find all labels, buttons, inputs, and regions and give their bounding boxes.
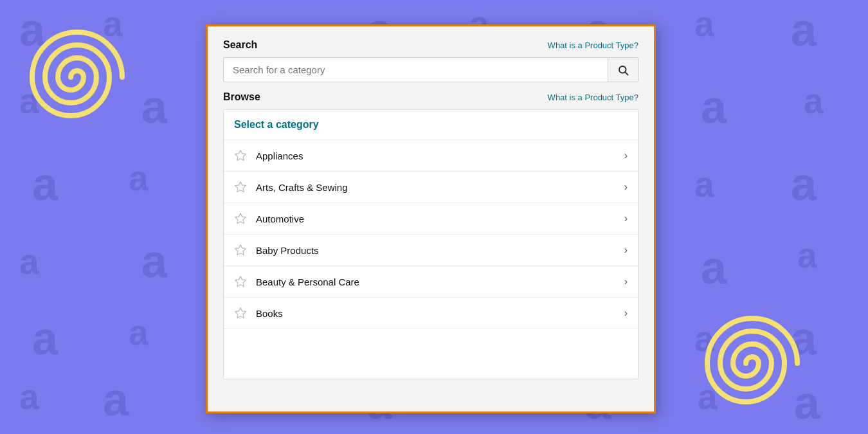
- bg-letter: a: [32, 315, 58, 361]
- browse-header: Browse What is a Product Type?: [223, 91, 638, 103]
- svg-line-1: [625, 72, 628, 75]
- category-modal: Search What is a Product Type? Browse Wh…: [206, 24, 656, 413]
- star-icon: [234, 212, 247, 225]
- spiral-top-left: [13, 13, 141, 141]
- bg-letter: a: [141, 238, 167, 284]
- panel-header: Select a category: [224, 110, 638, 140]
- bg-letter: a: [32, 161, 58, 207]
- category-item[interactable]: Books ›: [224, 298, 638, 329]
- browse-section: Browse What is a Product Type? Select a …: [223, 91, 638, 379]
- category-name: Automotive: [256, 213, 624, 224]
- star-icon: [234, 244, 247, 257]
- svg-marker-7: [235, 308, 246, 318]
- bg-letter: a: [129, 315, 149, 350]
- category-name: Beauty & Personal Care: [256, 276, 624, 287]
- svg-marker-4: [235, 213, 246, 224]
- category-list: Appliances › Arts, Crafts & Sewing › Aut…: [224, 140, 638, 377]
- search-input-wrap: [223, 57, 638, 82]
- bg-letter: a: [103, 376, 129, 422]
- star-icon: [234, 181, 247, 194]
- bg-letter: a: [791, 161, 817, 207]
- bg-letter: a: [141, 84, 167, 130]
- browse-title: Browse: [223, 91, 260, 103]
- search-button[interactable]: [608, 58, 638, 82]
- category-name: Appliances: [256, 150, 624, 161]
- chevron-right-icon: ›: [624, 213, 628, 224]
- star-icon: [234, 149, 247, 162]
- bg-letter: a: [694, 167, 714, 203]
- what-is-product-type-link-search[interactable]: What is a Product Type?: [548, 41, 638, 50]
- search-section: Search What is a Product Type?: [223, 39, 638, 82]
- spiral-bottom-right: [688, 299, 817, 428]
- star-icon: [234, 275, 247, 288]
- svg-marker-3: [235, 182, 246, 192]
- category-item[interactable]: Appliances ›: [224, 140, 638, 172]
- chevron-right-icon: ›: [624, 307, 628, 319]
- bg-letter: a: [701, 244, 727, 291]
- category-panel: Select a category Appliances › Arts, Cra…: [223, 109, 638, 379]
- bg-letter: a: [701, 84, 727, 130]
- star-icon: [234, 307, 247, 320]
- svg-marker-6: [235, 276, 246, 287]
- bg-letter: a: [19, 379, 39, 415]
- chevron-right-icon: ›: [624, 181, 628, 193]
- category-item[interactable]: Beauty & Personal Care ›: [224, 266, 638, 298]
- search-input[interactable]: [224, 58, 608, 82]
- bg-letter: a: [791, 6, 817, 53]
- search-title: Search: [223, 39, 257, 51]
- bg-letter: a: [804, 84, 824, 119]
- category-name: Arts, Crafts & Sewing: [256, 182, 624, 193]
- bg-letter: a: [694, 6, 714, 42]
- search-icon: [617, 64, 629, 76]
- bg-letter: a: [129, 161, 149, 196]
- svg-marker-5: [235, 245, 246, 255]
- category-item[interactable]: Automotive ›: [224, 203, 638, 235]
- bg-letter: a: [19, 244, 39, 280]
- bg-letter: a: [797, 238, 817, 273]
- select-category-label: Select a category: [234, 119, 319, 130]
- category-name: Books: [256, 308, 624, 319]
- chevron-right-icon: ›: [624, 244, 628, 256]
- category-name: Baby Products: [256, 245, 624, 256]
- chevron-right-icon: ›: [624, 276, 628, 287]
- what-is-product-type-link-browse[interactable]: What is a Product Type?: [548, 93, 638, 102]
- svg-marker-2: [235, 150, 246, 161]
- search-header: Search What is a Product Type?: [223, 39, 638, 51]
- chevron-right-icon: ›: [624, 150, 628, 161]
- category-item[interactable]: Arts, Crafts & Sewing ›: [224, 172, 638, 203]
- category-item[interactable]: Baby Products ›: [224, 235, 638, 266]
